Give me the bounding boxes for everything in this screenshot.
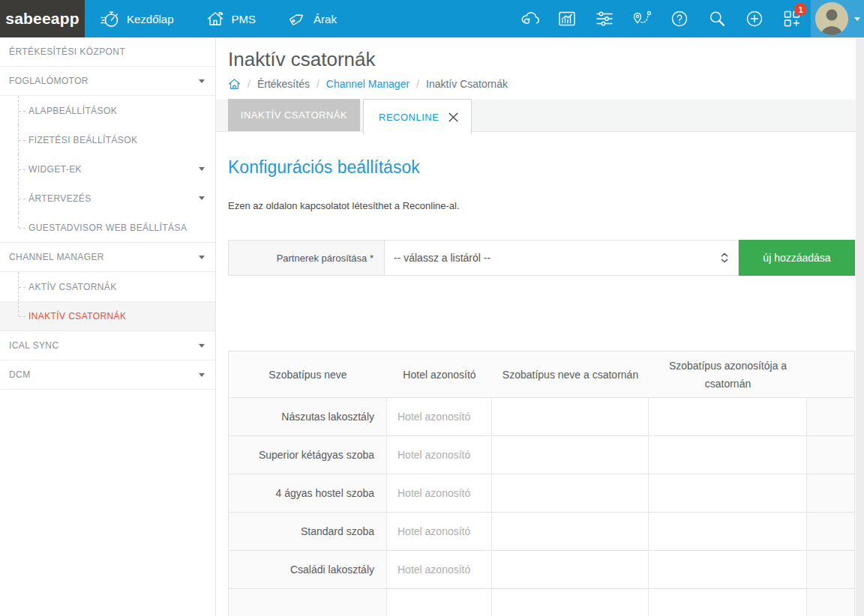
main-menu: Kezdőlap PMS Árak (85, 0, 352, 37)
channel-room-id-input[interactable] (649, 436, 806, 474)
menu-item-label: Kezdőlap (127, 13, 174, 25)
hotel-id-cell (387, 550, 492, 588)
partner-pairing-row: Partnerek párosítása * -- válassz a list… (228, 240, 855, 276)
stats-icon[interactable] (548, 0, 586, 37)
top-navbar: sabeeapp Kezdőlap PMS (0, 0, 864, 37)
location-route-icon[interactable] (623, 0, 661, 37)
section-heading: Konfigurációs beállítások (228, 157, 864, 178)
main-content: Inaktív csatornák / Értékesítés / Channe… (216, 37, 864, 616)
channel-room-id-input[interactable] (649, 398, 806, 435)
column-header-room-name: Szobatípus neve (229, 351, 387, 397)
channel-room-id-cell (649, 550, 807, 588)
channel-room-name-cell (492, 550, 649, 588)
row-action-cell (807, 474, 854, 512)
add-icon[interactable] (736, 0, 773, 37)
hotel-id-cell (387, 588, 492, 616)
hotel-id-input[interactable] (387, 551, 491, 588)
sidebar-item-ertekesitesi-kozpont[interactable]: ÉRTÉKESÍTÉSI KÖZPONT (0, 37, 215, 67)
hotel-id-input[interactable] (387, 513, 491, 550)
room-name-cell (229, 588, 387, 616)
user-menu[interactable] (811, 0, 864, 37)
column-header-hotel-id: Hotel azonosító (387, 351, 492, 397)
chevron-down-icon (199, 167, 205, 171)
breadcrumb-item-ertekesites[interactable]: Értékesítés (257, 78, 310, 90)
chevron-down-icon (199, 256, 205, 259)
channel-room-id-cell (649, 397, 807, 435)
home-breadcrumb-icon[interactable] (228, 78, 241, 90)
breadcrumb-item-channel-manager[interactable]: Channel Manager (326, 78, 410, 90)
hotel-id-input[interactable] (387, 474, 491, 512)
room-name-cell: 4 ágyas hostel szoba (229, 474, 387, 512)
menu-item-pms[interactable]: PMS (190, 0, 272, 37)
search-icon[interactable] (698, 0, 736, 37)
room-name-cell: Standard szoba (229, 512, 387, 550)
column-header-actions (807, 351, 854, 397)
sidebar-item-alapbeallitasok[interactable]: ALAPBEÁLLÍTÁSOK (0, 96, 215, 125)
chevron-down-icon (199, 344, 205, 348)
navbar-actions: 1 (511, 0, 864, 37)
hotel-id-cell (387, 397, 492, 435)
sidebar-item-foglalomotor[interactable]: FOGLALÓMOTOR (0, 67, 215, 96)
channel-room-id-input[interactable] (649, 589, 806, 616)
channel-room-id-input[interactable] (649, 474, 806, 512)
room-name-cell: Nászutas lakosztály (229, 397, 387, 435)
channel-room-name-input[interactable] (492, 589, 648, 616)
channel-room-id-input[interactable] (649, 551, 806, 588)
channel-room-name-input[interactable] (492, 436, 648, 474)
breadcrumb-item-current: Inaktív Csatornák (426, 78, 508, 90)
channel-room-name-input[interactable] (492, 551, 648, 588)
row-action-cell (807, 512, 854, 550)
apps-icon[interactable]: 1 (773, 0, 811, 37)
help-icon[interactable] (661, 0, 698, 37)
sidebar-item-guestadvisor-web[interactable]: GUESTADVISOR WEB BEÁLLÍTÁSA (0, 213, 215, 242)
channel-room-id-cell (649, 474, 807, 512)
app-logo[interactable]: sabeeapp (0, 0, 85, 37)
sidebar-item-channel-manager[interactable]: CHANNEL MANAGER (0, 243, 215, 272)
column-header-channel-room-id: Szobatípus azonosítója a csatornán (649, 351, 807, 397)
chevron-down-icon (199, 79, 205, 83)
sidebar-item-aktiv-csatornak[interactable]: AKTÍV CSATORNÁK (0, 272, 215, 301)
sidebar-item-fizetesi-beallitasok[interactable]: FIZETÉSI BEÁLLÍTÁSOK (0, 125, 215, 154)
channel-room-name-cell (492, 474, 649, 512)
room-type-table: Szobatípus neve Hotel azonosító Szobatíp… (228, 351, 855, 616)
chevron-down-icon (199, 373, 205, 377)
add-new-button[interactable]: új hozzáadása (739, 240, 855, 276)
sidebar-group-channel-manager: AKTÍV CSATORNÁK INAKTÍV CSATORNÁK (0, 272, 215, 331)
room-name-cell: Családi lakosztály (229, 550, 387, 588)
tab-inaktiv-csatornak[interactable]: INAKTÍV CSATORNÁK (228, 99, 360, 131)
sidebar-item-artervezes[interactable]: ÁRTERVEZÉS (0, 184, 215, 213)
sidebar-item-ical-sync[interactable]: ICAL SYNC (0, 331, 215, 360)
channel-room-name-input[interactable] (492, 398, 648, 435)
channel-room-id-input[interactable] (649, 513, 806, 550)
stopwatch-icon (100, 9, 120, 28)
close-icon[interactable] (448, 112, 459, 123)
menu-item-label: PMS (232, 13, 256, 25)
hotel-id-input[interactable] (387, 436, 491, 474)
sidebar: ÉRTÉKESÍTÉSI KÖZPONT FOGLALÓMOTOR ALAPBE… (0, 37, 216, 616)
room-name-cell: Superior kétágyas szoba (229, 435, 387, 474)
caret-down-icon (854, 17, 860, 21)
sidebar-item-dcm[interactable]: DCM (0, 360, 215, 390)
partner-select[interactable]: -- válassz a listáról -- (384, 240, 739, 276)
hotel-id-input[interactable] (387, 398, 491, 435)
hotel-id-cell (387, 512, 492, 550)
tab-reconline[interactable]: RECONLINE (363, 99, 472, 134)
channel-room-id-cell (649, 512, 807, 550)
menu-item-kezdolap[interactable]: Kezdőlap (85, 0, 190, 37)
sidebar-item-widget-ek[interactable]: WIDGET-EK (0, 154, 215, 184)
channel-room-name-input[interactable] (492, 513, 648, 550)
channel-room-name-cell (492, 397, 649, 435)
page-gutter (856, 37, 864, 616)
sliders-icon[interactable] (586, 0, 623, 37)
avatar (815, 2, 848, 35)
hotel-id-input[interactable] (387, 589, 491, 616)
chevron-down-icon (199, 196, 205, 200)
hotel-id-cell (387, 435, 492, 474)
section-description: Ezen az oldalon kapcsolatot létesíthet a… (228, 200, 864, 211)
sidebar-item-inaktiv-csatornak[interactable]: INAKTÍV CSATORNÁK (0, 301, 215, 330)
channel-room-name-cell (492, 588, 649, 616)
row-action-cell (807, 550, 854, 588)
cloud-sync-icon[interactable] (511, 0, 548, 37)
menu-item-arak[interactable]: Árak (272, 0, 352, 37)
channel-room-name-input[interactable] (492, 474, 648, 512)
